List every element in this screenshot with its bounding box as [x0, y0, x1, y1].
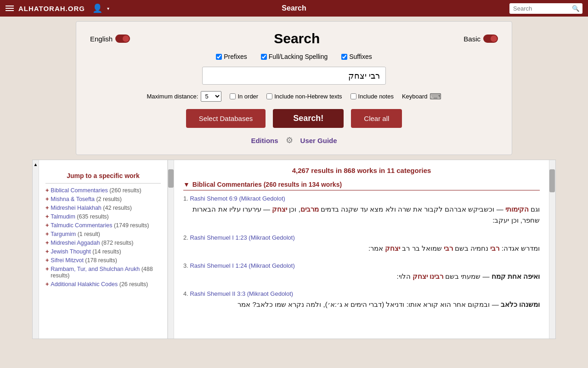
sidebar-link[interactable]: Additional Halakhic Codes	[51, 281, 118, 288]
sidebar-link[interactable]: Sifrei Mitzvot	[51, 257, 84, 264]
suffixes-checkbox[interactable]: Suffixes	[341, 53, 372, 60]
notes-input[interactable]	[351, 93, 356, 99]
highlight: יצחק	[385, 244, 400, 252]
top-search-input[interactable]	[509, 3, 569, 14]
sidebar-link[interactable]: Mishna & Tosefta	[51, 196, 95, 202]
bold-text: ואיפה אחת קמח	[492, 272, 540, 280]
fullspelling-input[interactable]	[261, 54, 267, 60]
main-search-input[interactable]	[202, 67, 386, 85]
expand-icon[interactable]: +	[45, 222, 49, 229]
search-button[interactable]: Search!	[273, 109, 344, 128]
left-scrollbar[interactable]: ▲	[33, 160, 39, 339]
basic-toggle-btn[interactable]	[483, 34, 498, 43]
expand-icon[interactable]: +	[45, 231, 49, 237]
sidebar-link[interactable]: Talmudim	[51, 213, 75, 220]
expand-icon[interactable]: +	[45, 248, 49, 255]
list-item: + Talmudim (635 results)	[45, 213, 161, 220]
sidebar-link[interactable]: Midreshei Aggadah	[51, 240, 100, 246]
nonhebrew-input[interactable]	[266, 93, 272, 99]
user-guide-link[interactable]: User Guide	[300, 137, 337, 144]
list-item: + Targumim (1 result)	[45, 231, 161, 237]
scroll-up-arrow[interactable]: ▲	[33, 160, 39, 167]
sidebar-link[interactable]: Talmudic Commentaries	[51, 222, 112, 229]
results-container: ▲ Jump to a specific work + Biblical Com…	[32, 160, 556, 339]
nonhebrew-checkbox[interactable]: Include non-Hebrew texts	[266, 93, 342, 100]
footer-links: Editions ⚙ User Guide	[90, 135, 498, 145]
inorder-checkbox[interactable]: In order	[230, 93, 258, 100]
language-toggle[interactable]: English	[90, 34, 130, 43]
sidebar-link[interactable]: Biblical Commentaries	[51, 187, 107, 194]
keyboard-icon: ⌨	[430, 92, 441, 102]
keyboard-label: Keyboard	[402, 93, 428, 100]
result-link[interactable]: Rashi Shemot 6:9 (Mikraot Gedolot)	[190, 195, 285, 202]
result-text: ומדרש אגדה: רבי נחמיה בשם רבי שמואל בר ר…	[183, 243, 540, 254]
language-toggle-btn[interactable]	[115, 34, 130, 43]
panel-title: Search	[130, 31, 464, 46]
results-scroll-thumb	[549, 169, 555, 192]
basic-toggle[interactable]: Basic	[464, 34, 498, 43]
suffixes-input[interactable]	[341, 54, 347, 60]
inorder-input[interactable]	[230, 93, 236, 99]
scroll-thumb	[168, 169, 174, 188]
user-icon[interactable]: 👤	[92, 3, 102, 13]
category-toggle[interactable]: ▼	[183, 181, 190, 188]
sidebar-link[interactable]: Rambam, Tur, and Shulchan Arukh	[51, 266, 140, 272]
highlight: יצחק	[272, 205, 287, 213]
select-databases-button[interactable]: Select Databases	[186, 109, 266, 128]
expand-icon[interactable]: +	[45, 240, 49, 246]
clear-button[interactable]: Clear all	[351, 109, 402, 128]
left-sidebar: Jump to a specific work + Biblical Comme…	[39, 160, 168, 339]
user-dropdown-icon[interactable]: ▾	[107, 6, 109, 11]
search-panel: English Search Basic Prefixes Full/Lacki…	[76, 21, 512, 155]
result-source: 3. Rashi Shemuel I 1:24 (Mikraot Gedolot…	[183, 262, 540, 269]
list-item: + Biblical Commentaries (260 results)	[45, 187, 161, 194]
search-icon: 🔍	[572, 5, 580, 12]
highlight: הקימותי	[505, 205, 529, 213]
sidebar-scrollbar[interactable]	[168, 160, 174, 339]
expand-icon[interactable]: +	[45, 281, 49, 288]
editions-link[interactable]: Editions	[251, 137, 278, 144]
expand-icon[interactable]: +	[45, 266, 49, 272]
expand-icon[interactable]: +	[45, 205, 49, 211]
expand-icon[interactable]: +	[45, 213, 49, 220]
list-item: + Talmudic Commentaries (1749 results)	[45, 222, 161, 229]
list-item: + Midreshei Aggadah (872 results)	[45, 240, 161, 246]
result-source: 1. Rashi Shemot 6:9 (Mikraot Gedolot)	[183, 195, 540, 202]
result-link[interactable]: Rashi Shemuel II 3:3 (Mikraot Gedolot)	[190, 290, 293, 297]
distance-select[interactable]: 5 1 2 3 4 6 7 8 9 10	[201, 91, 221, 102]
sidebar-link[interactable]: Targumim	[51, 231, 76, 237]
top-nav: ALHATORAH.ORG 👤 ▾ Search 🔍	[0, 0, 588, 17]
category-header: ▼ Biblical Commentaries (260 results in …	[183, 181, 540, 190]
prefixes-input[interactable]	[216, 54, 222, 60]
expand-icon[interactable]: +	[45, 196, 49, 202]
settings-icon[interactable]: ⚙	[286, 135, 293, 145]
result-source: 4. Rashi Shemuel II 3:3 (Mikraot Gedolot…	[183, 290, 540, 297]
top-search-button[interactable]: 🔍	[569, 3, 582, 14]
hamburger-menu[interactable]	[6, 6, 14, 11]
table-row: 1. Rashi Shemot 6:9 (Mikraot Gedolot) וג…	[183, 195, 540, 226]
result-text: ואיפה אחת קמח — שמעתי בשם רבינו יצחק הלו…	[183, 271, 540, 282]
sidebar-link[interactable]: Jewish Thought	[51, 248, 90, 255]
fullspelling-checkbox[interactable]: Full/Lacking Spelling	[261, 53, 328, 60]
notes-checkbox[interactable]: Include notes	[351, 93, 394, 100]
results-summary: 4,267 results in 868 works in 11 categor…	[183, 167, 540, 174]
result-text: ומשנהו כלאב — ובמקום אחר הוא קורא אותו: …	[183, 299, 540, 310]
options-row: Maximum distance: 5 1 2 3 4 6 7 8 9 10 I…	[90, 91, 498, 102]
distance-group: Maximum distance: 5 1 2 3 4 6 7 8 9 10	[147, 91, 221, 102]
results-scrollbar[interactable]	[549, 160, 555, 339]
bold-text: ומשנהו כלאב	[501, 300, 540, 308]
result-source: 2. Rashi Shemuel I 1:23 (Mikraot Gedolot…	[183, 234, 540, 241]
search-input-row	[90, 67, 498, 85]
result-link[interactable]: Rashi Shemuel I 1:23 (Mikraot Gedolot)	[190, 234, 294, 241]
action-buttons: Select Databases Search! Clear all	[90, 109, 498, 128]
prefixes-checkbox[interactable]: Prefixes	[216, 53, 247, 60]
basic-label: Basic	[464, 35, 481, 43]
highlight: רבינו יצחק	[413, 272, 443, 280]
table-row: 4. Rashi Shemuel II 3:3 (Mikraot Gedolot…	[183, 290, 540, 310]
keyboard-button[interactable]: Keyboard ⌨	[402, 92, 441, 102]
expand-icon[interactable]: +	[45, 187, 49, 194]
sidebar-link[interactable]: Midreshei Halakhah	[51, 205, 101, 211]
result-link[interactable]: Rashi Shemuel I 1:24 (Mikraot Gedolot)	[190, 262, 294, 269]
results-main: 4,267 results in 868 works in 11 categor…	[174, 160, 549, 339]
expand-icon[interactable]: +	[45, 257, 49, 264]
